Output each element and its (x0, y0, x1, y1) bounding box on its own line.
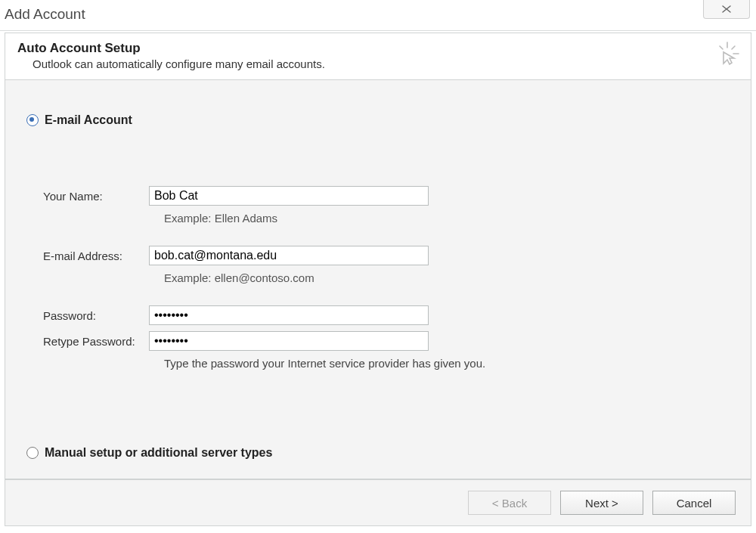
name-label: Your Name: (43, 190, 149, 203)
password-input[interactable] (149, 305, 429, 325)
retype-password-label: Retype Password: (43, 335, 149, 348)
email-label: E-mail Address: (43, 249, 149, 262)
svg-line-2 (720, 46, 723, 49)
titlebar: Add Account (0, 0, 756, 31)
setup-cursor-icon (714, 41, 740, 67)
option-manual-setup-label: Manual setup or additional server types (45, 446, 272, 460)
option-email-account[interactable]: E-mail Account (26, 113, 132, 127)
add-account-dialog: Add Account Auto Account Setup Outlook c… (0, 0, 756, 533)
name-example: Example: Ellen Adams (164, 212, 720, 225)
back-button: < Back (468, 491, 551, 515)
email-input[interactable] (149, 246, 429, 265)
wizard-header: Auto Account Setup Outlook can automatic… (5, 33, 751, 80)
account-form: Your Name: Example: Ellen Adams E-mail A… (43, 186, 720, 370)
email-example: Example: ellen@contoso.com (164, 271, 720, 284)
wizard-footer: < Back Next > Cancel (5, 479, 751, 526)
name-input[interactable] (149, 186, 429, 206)
cancel-button[interactable]: Cancel (652, 491, 736, 515)
option-email-account-label: E-mail Account (45, 113, 132, 127)
wizard-title: Auto Account Setup (17, 41, 739, 56)
wizard-subtitle: Outlook can automatically configure many… (33, 57, 739, 70)
retype-password-input[interactable] (149, 331, 429, 351)
option-manual-setup[interactable]: Manual setup or additional server types (26, 446, 272, 460)
radio-icon (26, 114, 39, 126)
password-label: Password: (43, 309, 149, 322)
svg-line-3 (732, 46, 735, 49)
close-icon (721, 5, 732, 13)
next-button[interactable]: Next > (560, 491, 643, 515)
radio-icon (26, 447, 39, 459)
wizard-body: E-mail Account Your Name: Example: Ellen… (5, 80, 751, 479)
password-hint: Type the password your Internet service … (164, 357, 720, 370)
window-title: Add Account (5, 6, 85, 23)
window-close-button[interactable] (703, 0, 750, 19)
